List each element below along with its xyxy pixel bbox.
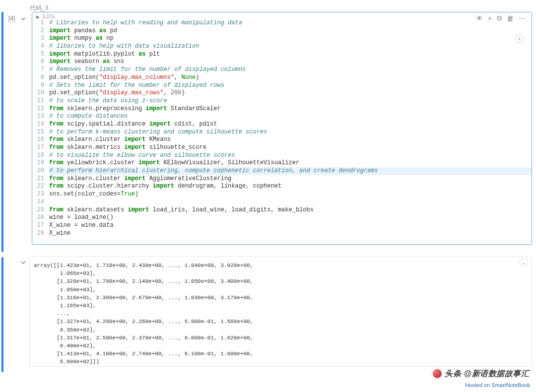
duplicate-cell-icon[interactable]: ⧉: [497, 14, 502, 22]
cell-selection-bar[interactable]: [1, 12, 3, 252]
collapse-output-icon[interactable]: [21, 259, 26, 266]
line-number-gutter: 1234567891011121314151617181920212223242…: [32, 19, 49, 237]
code-editor[interactable]: # Libraries to help with reading and man…: [49, 19, 532, 237]
code-cell[interactable]: 👁 + ⧉ 🗑 ⋯ ✦ ▶ 0.07s 12345678910111213141…: [32, 12, 532, 245]
ai-assist-icon[interactable]: ✦: [515, 34, 524, 43]
toggle-output-icon[interactable]: 👁: [476, 14, 483, 22]
add-cell-icon[interactable]: +: [488, 14, 492, 22]
avatar-icon: [432, 368, 443, 379]
execution-time: 0.07s: [43, 14, 55, 19]
more-actions-icon[interactable]: ⋯: [519, 14, 526, 22]
output-cell: ⌄ array([[1.423e+01, 1.710e+00, 2.430e+0…: [29, 256, 532, 367]
run-cell-icon[interactable]: ▶: [36, 14, 40, 19]
watermark: 头条 @新语数据故事汇: [432, 367, 529, 379]
hosted-link[interactable]: Hosted on SmartNoteBook: [465, 382, 530, 388]
delete-cell-icon[interactable]: 🗑: [507, 14, 514, 22]
collapse-input-icon[interactable]: [21, 15, 26, 23]
execution-count: [4]: [8, 15, 15, 22]
cell-title: 代码_3: [30, 4, 48, 12]
output-selection-bar[interactable]: [1, 257, 3, 372]
output-scroll-icon[interactable]: ⌄: [520, 259, 528, 265]
cell-toolbar: 👁 + ⧉ 🗑 ⋯: [476, 12, 526, 24]
output-text: array([[1.423e+01, 1.710e+00, 2.430e+00,…: [34, 259, 528, 366]
